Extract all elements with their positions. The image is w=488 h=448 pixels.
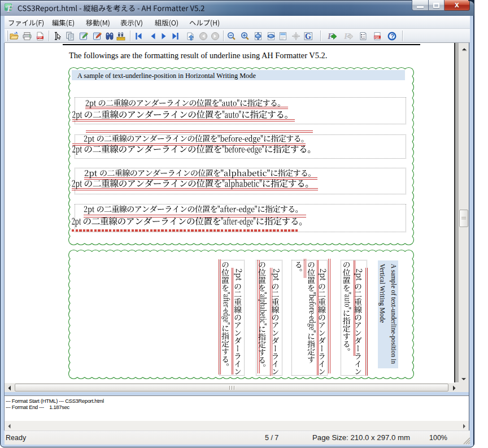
- svg-text:G: G: [305, 32, 311, 41]
- svg-text:PDF: PDF: [37, 36, 42, 39]
- svg-text:PDF: PDF: [374, 36, 380, 39]
- svg-text:F: F: [6, 4, 13, 14]
- svg-text:?: ?: [390, 33, 394, 40]
